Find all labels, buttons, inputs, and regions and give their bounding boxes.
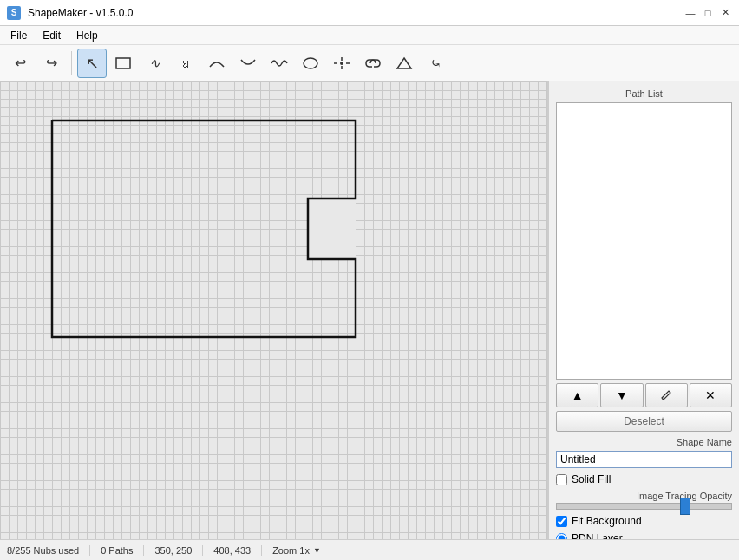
svg-rect-8 — [52, 120, 356, 337]
wave-tool[interactable] — [265, 49, 294, 78]
nubs-status: 8/255 Nubs used — [7, 545, 90, 556]
transform-tool[interactable]: ⤿ — [421, 49, 450, 78]
shape-name-section: Shape Name — [556, 437, 732, 468]
path-list-buttons: ▲ ▼ ✕ — [556, 383, 732, 407]
minimize-button[interactable]: — — [683, 6, 697, 20]
gradient-tool[interactable] — [389, 49, 419, 78]
rectangle-tool[interactable] — [108, 49, 138, 78]
svg-point-2 — [340, 62, 343, 65]
opacity-slider[interactable] — [556, 503, 732, 510]
menu-file[interactable]: File — [3, 28, 34, 43]
select-tool[interactable]: ↖ — [77, 49, 107, 78]
curve-tool-2[interactable] — [233, 49, 263, 78]
pdn-layer-label: PDN Layer — [572, 532, 623, 539]
main-layout: Path List ▲ ▼ ✕ Deselect Shape Name Soli… — [0, 81, 739, 539]
canvas-area[interactable] — [0, 81, 548, 539]
path-delete-button[interactable]: ✕ — [690, 383, 732, 407]
link-tool[interactable] — [358, 49, 388, 78]
ellipse-tool[interactable] — [296, 49, 325, 78]
fit-background-label: Fit Background — [572, 515, 642, 527]
svg-marker-7 — [397, 58, 411, 68]
right-panel: Path List ▲ ▼ ✕ Deselect Shape Name Soli… — [548, 81, 739, 539]
title-bar-left: S ShapeMaker - v1.5.0.0 — [7, 6, 133, 20]
path-edit-button[interactable] — [645, 383, 688, 407]
title-controls: — □ ✕ — [683, 6, 732, 20]
zoom-container: Zoom 1x ▼ — [272, 545, 321, 556]
zoom-status: Zoom 1x ▼ — [262, 545, 331, 556]
app-icon: S — [7, 6, 21, 20]
bezier-tool-1[interactable]: ∿ — [140, 49, 169, 78]
pdn-layer-radio[interactable] — [556, 533, 567, 540]
shape-name-label: Shape Name — [556, 437, 732, 447]
pdn-layer-row: PDN Layer — [556, 532, 732, 539]
canvas-grid — [0, 81, 547, 539]
title-bar: S ShapeMaker - v1.5.0.0 — □ ✕ — [0, 0, 739, 26]
redo-button[interactable]: ↪ — [36, 49, 66, 78]
bezier-tool-2[interactable]: ꞟ — [171, 49, 200, 78]
svg-point-1 — [304, 58, 317, 68]
path-list[interactable] — [556, 102, 732, 380]
shape-name-input[interactable] — [556, 451, 732, 468]
opacity-section: Image Tracing Opacity — [556, 491, 732, 510]
undo-button[interactable]: ↩ — [5, 49, 35, 78]
menu-bar: File Edit Help — [0, 26, 739, 45]
path-down-button[interactable]: ▼ — [600, 383, 643, 407]
curve-tool-1[interactable] — [202, 49, 232, 78]
zoom-dropdown-icon[interactable]: ▼ — [313, 546, 321, 555]
shape-canvas — [0, 81, 547, 539]
paths-status: 0 Paths — [90, 545, 144, 556]
solid-fill-row: Solid Fill — [556, 473, 732, 485]
svg-rect-0 — [116, 58, 130, 68]
menu-edit[interactable]: Edit — [36, 28, 68, 43]
menu-help[interactable]: Help — [69, 28, 105, 43]
solid-fill-checkbox[interactable] — [556, 474, 567, 485]
point-tool[interactable] — [327, 49, 356, 78]
close-button[interactable]: ✕ — [718, 6, 732, 20]
status-bar: 8/255 Nubs used 0 Paths 350, 250 408, 43… — [0, 539, 739, 560]
path-list-label: Path List — [556, 88, 732, 99]
coord2-status: 408, 433 — [203, 545, 262, 556]
path-list-section: Path List ▲ ▼ ✕ Deselect — [556, 88, 732, 432]
toolbar: ↩ ↪ ↖ ∿ ꞟ ⤿ — [0, 45, 739, 81]
path-up-button[interactable]: ▲ — [556, 383, 598, 407]
zoom-label: Zoom 1x — [272, 545, 310, 556]
fit-background-checkbox[interactable] — [556, 516, 567, 527]
solid-fill-label: Solid Fill — [572, 473, 611, 485]
deselect-button[interactable]: Deselect — [556, 411, 732, 432]
maximize-button[interactable]: □ — [701, 6, 715, 20]
fit-background-row: Fit Background — [556, 515, 732, 527]
app-title: ShapeMaker - v1.5.0.0 — [28, 7, 133, 19]
toolbar-separator-1 — [71, 51, 72, 75]
svg-rect-9 — [308, 199, 356, 259]
coord1-status: 350, 250 — [144, 545, 203, 556]
